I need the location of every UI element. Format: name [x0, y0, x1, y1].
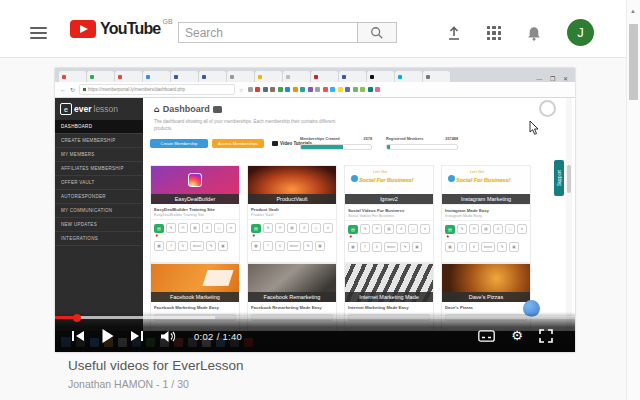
card-tool-icon: ? — [263, 241, 273, 251]
upload-button[interactable] — [444, 24, 464, 42]
card-tool-icon: ? — [360, 242, 370, 252]
browser-tab — [255, 71, 282, 82]
card-action-icon: ✎ — [457, 224, 467, 234]
card-title: Instagram Marketing — [442, 194, 530, 204]
bell-icon — [526, 25, 542, 42]
video-player[interactable]: — ❐ ✕ ← ↻ https://memberportal.ly/member… — [55, 68, 575, 352]
search-input[interactable] — [178, 22, 357, 43]
extension-icon — [263, 87, 268, 92]
support-tab: Support — [554, 160, 564, 196]
card-primary-action: ▤ — [251, 224, 261, 233]
page-scrollbar[interactable]: ▲ — [626, 0, 640, 400]
extension-icon — [255, 87, 260, 92]
browser-tab — [283, 71, 310, 82]
browser-tab — [143, 71, 170, 82]
heading-badge-icon — [213, 106, 222, 113]
card-thumbnail: Dave's Pizzas — [442, 264, 530, 302]
card-action-icon: ○ — [408, 224, 418, 234]
card-action-icon: ✉ — [275, 223, 285, 233]
extension-icon — [270, 87, 275, 92]
card-thumbnail: Internet Marketing Made — [345, 264, 433, 302]
window-controls: — ❐ ✕ — [536, 75, 575, 82]
browser-tab — [115, 71, 142, 82]
card-action-icon: ↺ — [493, 224, 503, 234]
previous-button[interactable] — [71, 330, 85, 342]
account-avatar[interactable]: J — [567, 19, 594, 46]
instagram-icon — [188, 173, 202, 187]
progress-bar[interactable] — [55, 316, 575, 319]
captions-button[interactable] — [478, 330, 495, 342]
card-thumbnail: ProductVault — [248, 166, 336, 204]
card-action-icon: ✎ — [360, 224, 370, 234]
membership-card: Let's GetSocial For Business!Instagram M… — [441, 165, 531, 263]
profile-circle-icon — [539, 100, 556, 117]
avatar-initial: J — [577, 25, 584, 40]
fullscreen-button[interactable] — [539, 329, 553, 343]
card-tool-icon: BOOK — [481, 242, 495, 252]
tab-favicon-icon — [398, 75, 402, 79]
youtube-logo[interactable]: YouTube GB — [70, 20, 173, 38]
tab-favicon-icon — [118, 75, 122, 79]
card-subtext: Instagram Made Easy — [442, 214, 530, 221]
card-tool-icon: $ — [178, 241, 188, 251]
volume-button[interactable] — [160, 330, 176, 343]
video-browser-address-bar: ← ↻ https://memberportal.ly/members/dash… — [55, 82, 575, 98]
card-action-icon: ✕ — [226, 223, 236, 233]
extension-icon — [330, 87, 335, 92]
play-button[interactable] — [101, 329, 114, 343]
extension-icon — [375, 87, 380, 92]
card-thumbnail: Let's GetSocial For Business!Instagram M… — [442, 166, 530, 205]
next-button[interactable] — [130, 330, 144, 342]
playlist-title[interactable]: Useful videos for EverLesson — [68, 358, 244, 373]
card-action-icon: ↺ — [202, 223, 212, 233]
card-action-icon: ↺ — [396, 224, 406, 234]
browser-tabs — [59, 71, 451, 82]
card-tool-icon: BOOK — [190, 241, 204, 251]
browser-tab — [227, 71, 254, 82]
card-subtitle: Instagram Made Easy — [442, 205, 530, 214]
browser-tab — [395, 71, 422, 82]
youtube-play-icon — [70, 20, 96, 38]
extension-icon — [353, 87, 358, 92]
tab-favicon-icon — [90, 75, 94, 79]
card-tool-icon: $ — [469, 242, 479, 252]
everlesson-logo: e everlesson — [55, 98, 143, 120]
logo-text-sub: lesson — [94, 104, 119, 114]
extension-icon — [315, 87, 320, 92]
sidebar-item: AUTORESPONDER — [55, 190, 143, 204]
notifications-button[interactable] — [524, 24, 544, 42]
tab-favicon-icon — [174, 75, 178, 79]
card-action-icon: ▤ — [481, 224, 491, 234]
apps-grid-icon — [487, 26, 502, 41]
card-primary-action: ▤ — [445, 225, 455, 234]
card-action-icon: ✕ — [323, 223, 333, 233]
sidebar-item: OFFER VAULT — [55, 176, 143, 190]
card-tool-icon: ✎ — [206, 241, 216, 251]
card-action-icon: ▤ — [384, 224, 394, 234]
card-tool-icon: ▦ — [251, 241, 261, 251]
progress-handle[interactable] — [73, 314, 81, 322]
search-button[interactable] — [357, 22, 397, 43]
card-thumbnail: Facebook Remarketing — [248, 264, 336, 302]
membership-card: ProductVaultProduct VaultProduct Vault▤✎… — [247, 165, 337, 263]
tab-favicon-icon — [146, 75, 150, 79]
card-subtitle: Product Vault — [248, 204, 336, 213]
settings-button[interactable]: ⚙ — [511, 329, 523, 343]
browser-tab — [199, 71, 226, 82]
extension-icon — [293, 87, 298, 92]
stat-memberships-created: Memberships Created2578 — [300, 137, 372, 150]
card-subtext: Social Videos For Business — [345, 214, 433, 221]
menu-icon[interactable] — [30, 27, 47, 42]
card-title: Facebook Marketing — [151, 292, 239, 302]
apps-button[interactable] — [484, 24, 504, 42]
card-tool-icon: $ — [372, 242, 382, 252]
extension-icon — [360, 87, 365, 92]
sidebar-item: CREATE MEMBERSHIP — [55, 134, 143, 148]
stat-bar — [386, 144, 458, 151]
card-title: Internet Marketing Made — [345, 292, 433, 302]
scrollbar-thumb[interactable] — [629, 24, 638, 100]
card-action-icon: ✕ — [420, 224, 430, 234]
card-tool-icon: ▣ — [509, 242, 519, 252]
scroll-up-arrow-icon[interactable]: ▲ — [630, 8, 636, 14]
browser-tab — [87, 71, 114, 82]
